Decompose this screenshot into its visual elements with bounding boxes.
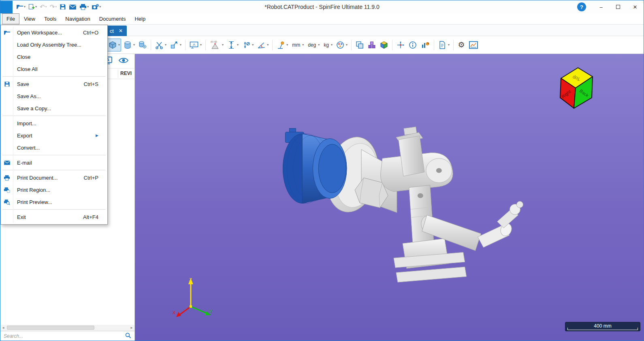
linear-dimension-icon — [227, 41, 236, 49]
angle-unit-dropdown[interactable]: deg ▾ — [306, 39, 321, 51]
chevron-down-icon[interactable]: ▾ — [286, 43, 288, 47]
menu-item-label: Save — [13, 81, 29, 87]
chevron-down-icon[interactable]: ▾ — [302, 43, 304, 47]
chevron-down-icon[interactable]: ▾ — [118, 43, 120, 47]
view-cube[interactable]: Top Right Back — [558, 64, 595, 112]
menu-item-print-document[interactable]: Print Document... Ctrl+P — [1, 172, 107, 184]
axis-systems-button[interactable] — [395, 39, 406, 51]
new-document-button[interactable]: ▾ — [27, 2, 38, 12]
compare-button[interactable] — [354, 39, 365, 51]
menu-item-print-preview[interactable]: Print Preview... — [1, 196, 107, 208]
menu-item-close-all[interactable]: Close All — [1, 63, 107, 75]
robot-gripper[interactable] — [394, 238, 467, 282]
print-button[interactable]: ▾ — [78, 2, 90, 12]
search-icon[interactable] — [125, 332, 131, 340]
viewport-3d[interactable]: Top Right Back Z X Y 400 mm — [135, 54, 644, 341]
menu-item-label: Print Document... — [13, 175, 58, 181]
open-workspace-button[interactable]: ▾ — [15, 2, 27, 12]
chevron-down-icon[interactable]: ▾ — [448, 43, 450, 47]
datum-marker-button[interactable]: ▾ — [275, 39, 289, 51]
menu-file[interactable]: File — [2, 13, 19, 24]
scroll-right-arrow[interactable]: ► — [129, 326, 134, 330]
maximize-button[interactable] — [610, 0, 627, 13]
angle-dimension-icon — [257, 41, 266, 49]
chevron-down-icon[interactable]: ▾ — [200, 43, 202, 47]
capture-button[interactable]: ▾ — [90, 2, 102, 12]
chevron-down-icon[interactable]: ▾ — [318, 43, 320, 47]
search-input[interactable] — [4, 333, 123, 339]
robot-motor[interactable] — [283, 129, 347, 204]
chevron-down-icon[interactable]: ▾ — [180, 43, 181, 47]
save-button[interactable] — [58, 2, 67, 12]
chevron-down-icon[interactable]: ▾ — [237, 43, 239, 47]
app-window: ▾ ▾ ↶ ▾ ↷ ▾ ▾ — [0, 0, 644, 341]
dimension-diameter-button[interactable]: ▾ — [241, 39, 255, 51]
parts-button[interactable] — [366, 39, 377, 51]
dimension-linear-button[interactable]: ▾ — [226, 39, 240, 51]
mass-unit-dropdown[interactable]: kg ▾ — [322, 39, 334, 51]
menu-navigation[interactable]: Navigation — [61, 13, 94, 24]
menu-documents[interactable]: Documents — [95, 13, 130, 24]
chevron-down-icon[interactable]: ▾ — [165, 43, 166, 47]
menu-item-export[interactable]: Export ▶ — [1, 129, 107, 142]
menu-tools[interactable]: Tools — [40, 13, 61, 24]
menu-item-exit[interactable]: Exit Alt+F4 — [1, 211, 107, 223]
chevron-down-icon[interactable]: ▾ — [252, 43, 254, 47]
dashboard-button[interactable] — [467, 39, 480, 51]
menu-help[interactable]: Help — [130, 13, 150, 24]
menu-item-label: Exit — [13, 214, 26, 220]
email-button[interactable] — [68, 2, 78, 12]
chevron-down-icon[interactable]: ▾ — [346, 43, 348, 47]
menu-item-open-workspace[interactable]: Open Workspace... Ctrl+O — [1, 26, 107, 39]
statistics-button[interactable] — [419, 39, 431, 51]
length-unit-dropdown[interactable]: mm ▾ — [290, 39, 305, 51]
minimize-button[interactable]: – — [593, 0, 610, 13]
menu-item-email[interactable]: E-mail — [1, 157, 107, 169]
chevron-down-icon[interactable]: ▾ — [222, 43, 224, 47]
revision-column-header[interactable]: REVI — [120, 71, 132, 76]
printer-icon — [1, 175, 13, 181]
cross-section-button[interactable]: ▾ — [154, 39, 168, 51]
tab-close-icon[interactable]: ✕ — [119, 28, 123, 34]
shaded-view-button[interactable]: ▾ — [107, 39, 121, 51]
chevron-down-icon[interactable]: ▾ — [331, 43, 333, 47]
settings-button[interactable]: ⚙ — [456, 39, 467, 51]
menu-item-import[interactable]: Import... — [1, 117, 107, 129]
redo-button[interactable]: ↷ ▾ — [49, 2, 58, 12]
menu-item-load-only-assembly-tree[interactable]: Load Only Assembly Tree... — [1, 39, 107, 51]
assembly-button[interactable] — [378, 39, 390, 51]
menu-item-save-as[interactable]: Save As... — [1, 90, 107, 102]
menu-item-save-a-copy[interactable]: Save a Copy... — [1, 102, 107, 114]
chevron-down-icon[interactable]: ▾ — [267, 43, 269, 47]
new-document-icon — [28, 4, 35, 10]
close-button[interactable]: ✕ — [627, 0, 644, 13]
measure-xyz-button[interactable]: (X,Y,Z) ▾ — [208, 39, 225, 51]
geometry-button[interactable]: ▾ — [122, 39, 136, 51]
menu-item-convert[interactable]: Convert... — [1, 142, 107, 154]
menu-item-close[interactable]: Close — [1, 51, 107, 63]
chevron-down-icon[interactable]: ▾ — [133, 43, 135, 47]
undo-button[interactable]: ↶ ▾ — [38, 2, 48, 12]
help-button[interactable]: ? — [577, 2, 586, 11]
info-button[interactable] — [407, 39, 418, 51]
geometry-settings-button[interactable] — [137, 39, 148, 51]
chevron-down-icon[interactable]: ▾ — [99, 5, 101, 9]
horizontal-scrollbar[interactable]: ◄ ► — [0, 325, 134, 331]
menu-view[interactable]: View — [19, 13, 40, 24]
chevron-down-icon[interactable]: ▾ — [24, 5, 26, 9]
appearance-button[interactable]: ▾ — [335, 39, 349, 51]
markup-button[interactable]: A ▾ — [188, 39, 203, 51]
submenu-arrow-icon: ▶ — [96, 133, 98, 137]
visibility-toggle-button[interactable] — [118, 57, 129, 65]
scrollbar-thumb[interactable] — [7, 326, 94, 330]
menu-item-save[interactable]: Save Ctrl+S — [1, 78, 107, 90]
exploded-view-button[interactable]: ▾ — [168, 39, 183, 51]
report-button[interactable]: ▾ — [437, 39, 451, 51]
scroll-left-arrow[interactable]: ◄ — [0, 326, 6, 330]
menu-item-print-region[interactable]: Print Region... — [1, 184, 107, 196]
info-icon — [408, 41, 417, 49]
dimension-angle-button[interactable]: ▾ — [256, 39, 270, 51]
chevron-down-icon[interactable]: ▾ — [35, 5, 37, 9]
menu-item-shortcut: Ctrl+O — [83, 30, 98, 36]
chevron-down-icon[interactable]: ▾ — [87, 5, 89, 9]
